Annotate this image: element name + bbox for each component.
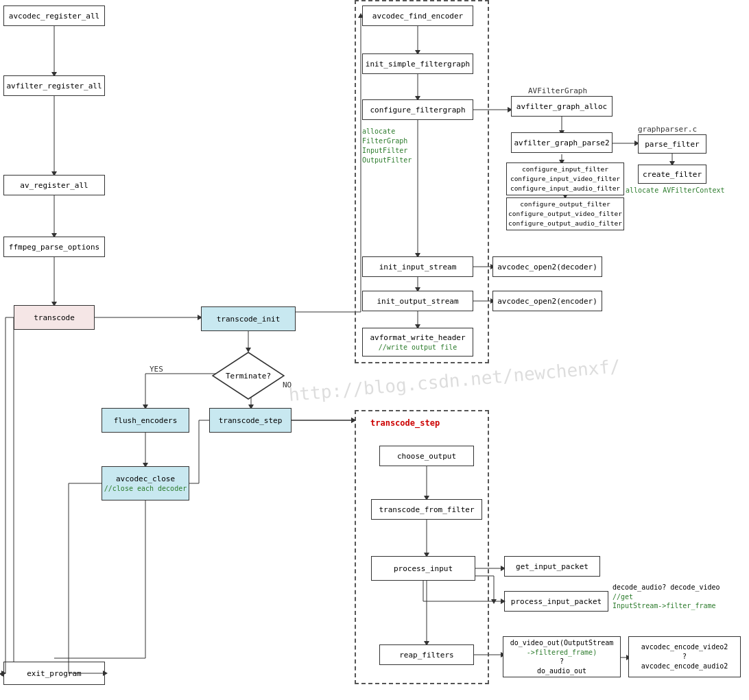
init-input-stream-box: init_input_stream (362, 256, 473, 277)
init-output-stream-box: init_output_stream (362, 291, 473, 311)
flush-encoders-box: flush_encoders (102, 408, 189, 433)
avfilter-graph-parse2-box: avfilter_graph_parse2 (511, 132, 613, 153)
yes-label: YES (150, 365, 163, 374)
avformat-write-header-box: avformat_write_header //write output fil… (362, 328, 473, 357)
transcode-step-label: transcode_step (370, 418, 440, 428)
transcode-from-filter-box: transcode_from_filter (371, 499, 482, 520)
ffmpeg-parse-options-box: ffmpeg_parse_options (3, 237, 105, 257)
avfilter-register-all-box: avfilter_register_all (3, 75, 105, 96)
reap-filters-box: reap_filters (379, 644, 474, 665)
avfilter-graph-alloc-box: avfilter_graph_alloc (511, 96, 613, 117)
avcodec-find-encoder-box: avcodec_find_encoder (362, 5, 473, 26)
process-input-packet-box: process_input_packet (504, 591, 608, 612)
graphparser-label: graphparser.c (638, 125, 697, 134)
choose-output-box: choose_output (379, 446, 474, 466)
configure-filtergraph-box: configure_filtergraph (362, 99, 473, 120)
parse-filter-box: parse_filter (638, 134, 706, 154)
decode-audio-text: decode_audio? decode_video //get InputSt… (613, 583, 720, 610)
avcodec-open2-decoder-box: avcodec_open2(decoder) (492, 256, 602, 277)
process-input-box: process_input (371, 556, 475, 581)
terminate-diamond: Terminate? (211, 351, 285, 400)
flowchart-diagram: avcodec_register_all avfilter_register_a… (0, 0, 749, 700)
configure-output-filter-box: configure_output_filter configure_output… (506, 197, 624, 230)
allocate-avfiltercontext-text: allocate AVFilterContext (626, 186, 725, 194)
transcode-init-box: transcode_init (201, 306, 296, 331)
init-simple-filtergraph-box: init_simple_filtergraph (362, 53, 473, 74)
avcodec-close-box: avcodec_close //close each decoder (102, 466, 189, 500)
create-filter-box: create_filter (638, 165, 706, 184)
avfiltergraph-label: AVFilterGraph (528, 86, 587, 95)
allocate-text: allocate FilterGraph InputFilter OutputF… (362, 127, 412, 165)
do-video-out-box: do_video_out(OutputStream ->filtered_fra… (503, 636, 621, 677)
get-input-packet-box: get_input_packet (504, 556, 600, 577)
avcodec-encode-box: avcodec_encode_video2 ? avcodec_encode_a… (628, 636, 741, 677)
av-register-all-box: av_register_all (3, 175, 105, 195)
exit-program-box: exit_program (3, 662, 105, 685)
avcodec-open2-encoder-box: avcodec_open2(encoder) (492, 291, 602, 311)
avcodec-register-all-box: avcodec_register_all (3, 5, 105, 26)
svg-marker-64 (491, 599, 497, 604)
transcode-box: transcode (14, 305, 95, 330)
transcode-step-box: transcode_step (209, 408, 292, 433)
no-label: NO (283, 381, 292, 389)
configure-input-filter-box: configure_input_filter configure_input_v… (506, 162, 624, 195)
